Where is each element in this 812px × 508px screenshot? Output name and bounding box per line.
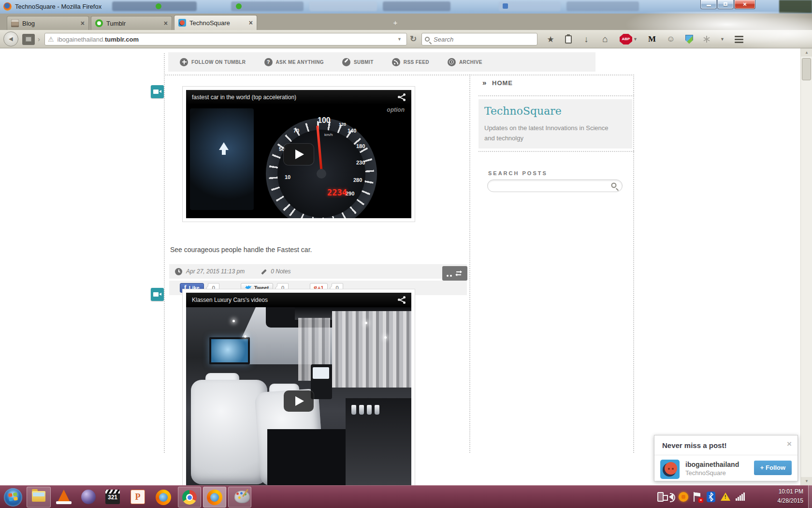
volume-icon[interactable] <box>669 493 673 500</box>
play-button[interactable] <box>284 144 314 165</box>
warning-tray-icon[interactable]: ! <box>721 493 730 501</box>
extension-m-icon[interactable]: M <box>648 34 656 44</box>
smiley-extension-icon[interactable]: ☺ <box>667 34 675 44</box>
bookmark-star-icon[interactable]: ★ <box>546 34 555 45</box>
back-button[interactable]: ◄ <box>3 31 18 46</box>
scroll-down-button[interactable]: ▼ <box>801 477 812 485</box>
abp-icon: ABP <box>620 34 632 45</box>
play-button[interactable] <box>284 390 314 412</box>
system-tray: × ! <box>657 485 764 508</box>
adblock-plus-button[interactable]: ABP ▼ <box>620 34 638 45</box>
close-button[interactable]: × <box>734 0 755 9</box>
sidebar-search-input[interactable] <box>493 181 605 189</box>
search-icon[interactable] <box>611 183 617 188</box>
vlc-icon[interactable] <box>57 490 71 503</box>
powerpoint-icon[interactable]: P <box>130 490 145 504</box>
chrome-icon[interactable] <box>182 490 197 505</box>
share-icon[interactable] <box>398 296 406 304</box>
content-border-left <box>164 53 165 453</box>
scrollbar-thumb[interactable] <box>802 58 811 80</box>
post-date[interactable]: Apr 27, 2015 11:13 pm <box>186 268 245 275</box>
action-center-icon[interactable]: × <box>694 492 701 502</box>
gauge-number: 280 <box>353 177 362 183</box>
firefox-icon[interactable] <box>156 490 171 505</box>
page-viewport: FOLLOW ON TUMBLR ? ASK ME ANYTHING SUBMI… <box>0 48 812 485</box>
chevron-right-icon: › <box>38 35 40 43</box>
ellipsis-icon <box>447 270 452 277</box>
page-scrollbar[interactable]: ▲ ▼ <box>800 48 812 485</box>
taskbar-clock[interactable]: 10:01 PM 4/28/2015 <box>778 487 803 506</box>
post-meta-bar: Apr 27, 2015 11:13 pm 0 Notes <box>169 264 467 279</box>
van-tv-screen <box>209 337 250 364</box>
network-signal-icon[interactable] <box>736 493 745 501</box>
video-player-1[interactable]: fastest car in the world (top accelerati… <box>186 90 411 218</box>
video-title-bar: fastest car in the world (top accelerati… <box>186 90 411 105</box>
browser-search-box[interactable] <box>421 33 537 45</box>
start-button[interactable] <box>4 488 22 507</box>
tab-close-icon[interactable]: × <box>164 19 168 27</box>
rss-feed-link[interactable]: RSS FEED <box>392 58 429 66</box>
search-posts-label: SEARCH POSTS <box>488 170 548 176</box>
eclipse-icon[interactable] <box>81 490 96 504</box>
battery-icon[interactable] <box>657 492 664 502</box>
firefox-logo-icon <box>3 2 12 11</box>
reblog-icon[interactable] <box>454 269 463 277</box>
popup-close-icon[interactable]: × <box>787 439 792 449</box>
bookmarks-menu-icon[interactable] <box>565 35 572 44</box>
blog-avatar <box>660 460 680 479</box>
scroll-up-button[interactable]: ▲ <box>801 48 812 57</box>
search-input[interactable] <box>434 36 521 43</box>
video-player-2[interactable]: Klassen Luxury Cars's videos <box>186 293 411 485</box>
tab-close-icon[interactable]: × <box>249 19 253 27</box>
background-window-tab <box>383 1 450 11</box>
post-notes[interactable]: 0 Notes <box>271 268 290 275</box>
sidebar-search-box[interactable] <box>487 179 623 192</box>
dashboard-screen <box>190 108 254 210</box>
restore-button[interactable] <box>717 0 734 9</box>
share-icon[interactable] <box>398 93 406 101</box>
show-desktop-button[interactable] <box>808 485 812 508</box>
bluetooth-icon[interactable] <box>707 492 715 502</box>
background-window-tab <box>231 1 304 11</box>
sparkle-extension-icon[interactable] <box>703 36 710 43</box>
firefox-icon[interactable] <box>207 490 222 505</box>
reload-button[interactable]: ↻ <box>410 34 417 44</box>
downloads-icon[interactable]: ↓ <box>582 34 591 45</box>
tab-close-icon[interactable]: × <box>81 19 85 27</box>
archive-link[interactable]: ARCHIVE <box>448 58 482 66</box>
blog-title[interactable]: TechnoSquare <box>484 105 562 117</box>
abp-dropdown-icon[interactable]: ▼ <box>633 37 638 42</box>
gauge-number: 100 <box>318 116 331 125</box>
follow-button[interactable]: + Follow <box>754 461 792 475</box>
submit-link[interactable]: SUBMIT <box>342 58 374 66</box>
content-border-right <box>633 75 634 453</box>
post-caption: See courageous people handle the Fastest… <box>170 246 312 254</box>
paint-icon[interactable] <box>234 491 250 503</box>
shield-extension-icon[interactable] <box>685 35 693 44</box>
tab-tumblr[interactable]: Tumblr × <box>91 16 172 30</box>
tab-groups-button[interactable] <box>22 34 35 45</box>
post-actions-button[interactable] <box>442 266 467 281</box>
explorer-taskbar-button[interactable] <box>27 487 51 508</box>
new-tab-button[interactable]: + <box>390 17 401 28</box>
follow-popup: Never miss a post! × ibogainethailand Te… <box>654 435 798 481</box>
home-icon[interactable]: ⌂ <box>601 34 609 45</box>
ask-me-anything-link[interactable]: ? ASK ME ANYTHING <box>264 58 324 66</box>
follow-on-tumblr-link[interactable]: FOLLOW ON TUMBLR <box>180 58 246 66</box>
background-window-tab <box>112 1 197 11</box>
video-post-badge-icon <box>151 85 164 98</box>
toolbar-overflow-icon[interactable]: ▼ <box>720 37 725 42</box>
hamburger-menu-icon[interactable] <box>735 36 743 43</box>
gauge-number: 10 <box>285 174 290 180</box>
tab-technosquare[interactable]: TechnoSquare × <box>174 15 257 30</box>
tab-blog[interactable]: Blog × <box>7 16 89 30</box>
app-tray-icon[interactable] <box>679 492 688 502</box>
minimize-button[interactable] <box>700 0 717 9</box>
site-identity-warning-icon[interactable]: ⚠ <box>48 35 54 43</box>
url-dropdown-icon[interactable]: ▼ <box>397 37 402 42</box>
video-post-2: Klassen Luxury Cars's videos <box>182 289 415 485</box>
url-bar[interactable]: ⚠ ibogainethailand.tumblr.com ▼ <box>44 33 407 45</box>
media-player-classic-icon[interactable]: 321 <box>105 490 120 504</box>
sidebar-item-home[interactable]: HOME <box>492 79 513 87</box>
popup-username[interactable]: ibogainethailand <box>685 461 739 468</box>
